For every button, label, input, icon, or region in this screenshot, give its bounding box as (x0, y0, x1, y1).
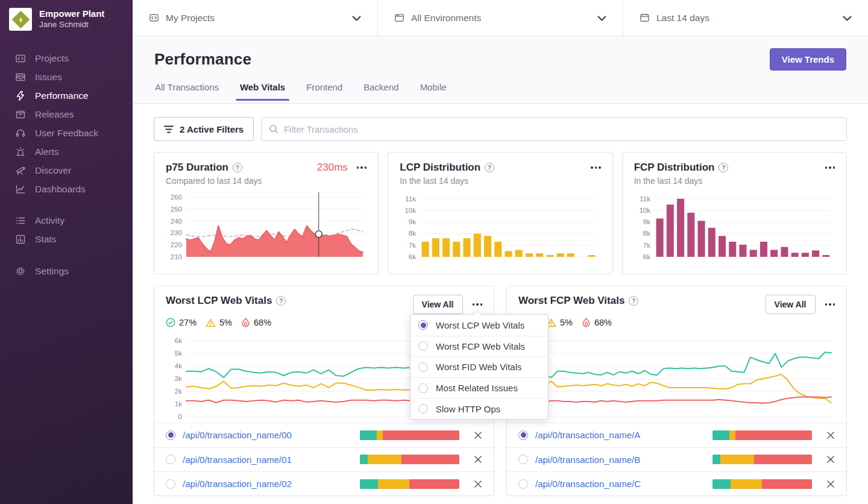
vitals-breakdown-bar (712, 455, 812, 464)
page-title: Performance (154, 50, 251, 69)
sidebar-item-discover[interactable]: Discover (0, 161, 133, 180)
sidebar-item-activity[interactable]: Activity (0, 211, 133, 230)
sidebar: Empower Plant Jane Schmidt Projects Issu… (0, 0, 133, 504)
fcp-distribution-card: FCP Distribution ? In the last 14 days 1… (622, 152, 847, 274)
ellipsis-icon[interactable] (473, 301, 483, 308)
menu-option-worst-lcp[interactable]: Worst LCP Web Vitals (410, 315, 548, 336)
poor-badge: 68% (582, 318, 612, 327)
calendar-icon (640, 13, 650, 23)
performance-tabs: All Transactions Web Vitals Frontend Bac… (154, 80, 846, 100)
row-radio[interactable] (166, 430, 175, 440)
transaction-link[interactable]: /api/0/transaction_name/B (535, 455, 712, 465)
svg-text:7k: 7k (409, 242, 416, 249)
projects-icon (149, 13, 159, 23)
question-icon[interactable]: ? (276, 296, 286, 306)
issues-icon (15, 72, 26, 83)
sidebar-item-user-feedback[interactable]: User Feedback (0, 124, 133, 142)
sidebar-item-releases[interactable]: Releases (0, 105, 133, 124)
svg-text:7k: 7k (643, 242, 650, 249)
sidebar-item-label: Discover (35, 165, 71, 176)
tab-backend[interactable]: Backend (363, 80, 399, 100)
close-icon[interactable] (826, 480, 835, 488)
releases-icon (15, 109, 26, 120)
row-radio[interactable] (166, 479, 175, 489)
table-row: /api/0/transaction_name/B (507, 447, 846, 472)
transaction-search (261, 117, 847, 141)
good-badge: 27% (166, 318, 197, 327)
row-radio[interactable] (518, 430, 528, 440)
view-all-button[interactable]: View All (413, 295, 463, 314)
ellipsis-icon[interactable] (825, 301, 835, 308)
tab-all-transactions[interactable]: All Transactions (154, 80, 219, 100)
warning-icon (206, 318, 216, 327)
row-radio[interactable] (518, 455, 528, 464)
tab-mobile[interactable]: Mobile (420, 80, 447, 100)
menu-option-worst-fid[interactable]: Worst FID Web Vitals (410, 356, 548, 377)
sidebar-item-stats[interactable]: Stats (0, 230, 133, 248)
sidebar-item-label: Projects (35, 53, 69, 64)
question-icon[interactable]: ? (719, 163, 728, 172)
search-icon (269, 124, 278, 134)
sidebar-item-dashboards[interactable]: Dashboards (0, 180, 133, 198)
svg-text:3k: 3k (175, 375, 182, 382)
transaction-link[interactable]: /api/0/transaction_name/02 (183, 479, 360, 489)
option-radio (418, 383, 428, 393)
close-icon[interactable] (826, 431, 835, 439)
svg-text:11k: 11k (640, 195, 650, 203)
table-row: /api/0/transaction_name/C (507, 471, 846, 496)
chevron-down-icon (352, 13, 361, 24)
sidebar-item-settings[interactable]: Settings (0, 262, 133, 280)
environment-filter-label: All Environments (411, 13, 481, 24)
check-circle-icon (166, 318, 175, 327)
svg-text:230: 230 (171, 229, 182, 236)
org-switcher[interactable]: Empower Plant Jane Schmidt (0, 0, 133, 31)
chevron-down-icon (597, 13, 606, 24)
sidebar-item-issues[interactable]: Issues (0, 68, 133, 86)
transaction-link[interactable]: /api/0/transaction_name/00 (183, 430, 360, 440)
tab-web-vitals[interactable]: Web Vitals (239, 80, 286, 100)
close-icon[interactable] (474, 431, 482, 439)
poor-badge: 68% (241, 318, 271, 327)
svg-text:4k: 4k (175, 362, 182, 370)
active-filters-button[interactable]: 2 Active Filters (154, 117, 254, 141)
row-radio[interactable] (518, 479, 528, 489)
vitals-type-menu: Worst LCP Web Vitals Worst FCP Web Vital… (410, 314, 549, 420)
menu-option-slow-http-ops[interactable]: Slow HTTP Ops (410, 398, 548, 419)
close-icon[interactable] (826, 455, 835, 464)
menu-option-worst-fcp[interactable]: Worst FCP Web Vitals (410, 336, 548, 357)
fire-icon (241, 318, 250, 327)
vitals-breakdown-bar (712, 479, 812, 489)
row-radio[interactable] (166, 455, 175, 464)
sidebar-item-alerts[interactable]: Alerts (0, 142, 133, 161)
ellipsis-icon[interactable] (357, 164, 367, 171)
transaction-link[interactable]: /api/0/transaction_name/01 (183, 455, 360, 465)
ellipsis-icon[interactable] (591, 164, 601, 171)
view-all-button[interactable]: View All (766, 295, 816, 314)
ellipsis-icon[interactable] (825, 164, 835, 171)
close-icon[interactable] (474, 480, 482, 488)
project-filter-label: My Projects (166, 13, 215, 24)
svg-text:250: 250 (171, 206, 182, 213)
sidebar-item-performance[interactable]: Performance (0, 86, 133, 105)
menu-option-most-related-issues[interactable]: Most Related Issues (410, 377, 548, 398)
question-icon[interactable]: ? (629, 296, 638, 306)
discover-icon (15, 165, 26, 176)
worst-fcp-card: Worst FCP Web Vitals? View All 5% (506, 286, 847, 496)
question-icon[interactable]: ? (233, 163, 242, 172)
transaction-link[interactable]: /api/0/transaction_name/A (535, 430, 712, 440)
sidebar-item-projects[interactable]: Projects (0, 49, 133, 68)
user-feedback-icon (15, 128, 26, 139)
settings-icon (15, 266, 26, 277)
transaction-link[interactable]: /api/0/transaction_name/C (535, 479, 712, 489)
tab-frontend[interactable]: Frontend (306, 80, 343, 100)
view-trends-button[interactable]: View Trends (770, 48, 846, 71)
project-filter-dropdown[interactable]: My Projects (133, 0, 377, 36)
environment-filter-dropdown[interactable]: All Environments (377, 0, 623, 36)
close-icon[interactable] (474, 455, 482, 464)
card-title: p75 Duration (166, 162, 228, 174)
global-filter-bar: My Projects All Environments Last 14 day… (133, 0, 868, 36)
date-range-dropdown[interactable]: Last 14 days (623, 0, 868, 36)
svg-text:11k: 11k (406, 195, 417, 203)
question-icon[interactable]: ? (485, 163, 494, 172)
search-input[interactable] (284, 124, 839, 134)
